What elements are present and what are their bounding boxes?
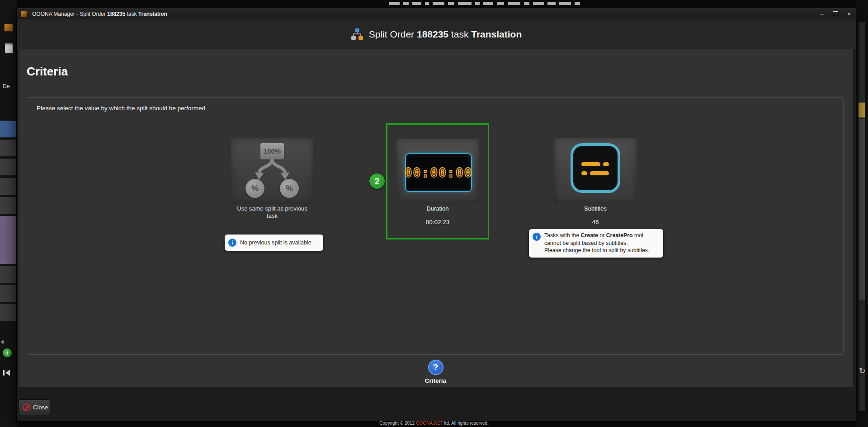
folder-icon (4, 23, 13, 32)
titlebar[interactable]: OOONA Manager - Split Order 188235 task … (17, 8, 856, 19)
background-partial-label: De (3, 83, 9, 89)
close-button[interactable]: Close (19, 399, 50, 415)
dialog-title-order: 188235 (417, 29, 448, 39)
step-number-badge: 2 (369, 174, 385, 189)
option-subtitles[interactable]: Subtitles 46 (554, 138, 637, 225)
background-list-item[interactable] (0, 159, 17, 175)
scrollbar-thumb[interactable] (859, 119, 865, 300)
info-icon: i (533, 233, 541, 241)
skip-bar (3, 370, 5, 375)
skip-triangle (5, 370, 10, 376)
option-previous-split[interactable]: 100% % % Use same split as previous task (231, 138, 313, 220)
criteria-heading: Criteria (27, 65, 68, 79)
plus-icon: + (5, 349, 9, 357)
collapse-left-icon[interactable] (0, 340, 4, 344)
subtitles-tooltip: i Tasks with the Create or CreatePro too… (529, 229, 663, 258)
brand-name: OOONA.NET (416, 421, 443, 426)
background-list-item-highlight[interactable] (0, 216, 17, 264)
subtitle-dash (603, 162, 609, 166)
option-value: 46 (554, 219, 637, 225)
background-right-scrollbar: ↻ (856, 0, 868, 427)
copyright: Copyright © 2012 OOONA.NET ltd. All righ… (0, 421, 868, 426)
previous-split-graphic: 100% % % (231, 138, 313, 204)
tooltip-line-3: Please change the tool to split by subti… (544, 247, 660, 254)
question-glyph: ? (433, 362, 439, 372)
subtitle-dash (581, 171, 587, 175)
dialog-title-mid: task (448, 29, 471, 39)
dialog-title: Split Order 188235 task Translation (369, 29, 522, 40)
duration-graphic: 00:00:00 (396, 139, 479, 204)
wizard-step: ? Criteria (19, 360, 853, 384)
skip-to-start-icon[interactable] (3, 370, 11, 376)
criteria-panel: Criteria Please select the value by whic… (19, 49, 853, 387)
background-list-item[interactable] (0, 304, 17, 321)
background-list-item[interactable] (0, 140, 17, 156)
dialog-title-prefix: Split Order (369, 29, 417, 39)
clock-digits: 00:00:00 (405, 165, 473, 180)
maximize-button[interactable] (829, 8, 842, 19)
refresh-icon[interactable]: ↻ (857, 366, 867, 376)
digital-clock-icon: 00:00:00 (405, 153, 472, 192)
close-button-label: Close (33, 404, 48, 411)
info-icon: i (228, 239, 236, 247)
add-button[interactable]: + (3, 348, 12, 357)
option-label: Duration (387, 205, 488, 212)
background-list-item[interactable] (0, 197, 17, 214)
option-label: Subtitles (554, 205, 637, 212)
previous-split-tooltip: i No previous split is available (225, 235, 323, 251)
tooltip-text: No previous split is available (240, 239, 311, 246)
subtitles-graphic (554, 138, 637, 204)
subtitle-dash (590, 171, 609, 175)
window-title-order: 188235 (107, 11, 125, 17)
close-icon: × (847, 10, 851, 17)
dialog-title-task: Translation (471, 29, 522, 39)
subtitle-dash (581, 162, 600, 166)
window-title-mid: task (125, 11, 138, 17)
copyright-prefix: Copyright © 2012 (379, 421, 416, 426)
background-clipped-text (389, 1, 597, 5)
cancel-icon (23, 404, 30, 411)
window-title-task: Translation (138, 11, 167, 17)
option-value: 00:02:23 (387, 219, 488, 225)
criteria-groupbox: Please select the value by which the spl… (27, 97, 844, 355)
tooltip-line-1: Tasks with the Create or CreatePro tool (544, 232, 660, 239)
window-title-prefix: OOONA Manager - Split Order (32, 11, 107, 17)
window-title: OOONA Manager - Split Order 188235 task … (32, 11, 167, 17)
question-icon[interactable]: ? (428, 360, 443, 375)
window-controls: – × (815, 8, 856, 19)
window-footer: Close (17, 387, 856, 421)
close-window-button[interactable]: × (842, 8, 856, 19)
split-order-icon (351, 28, 363, 41)
desktop: De + ↻ OOONA Manager - Split Order 18823… (0, 0, 868, 427)
background-list-item[interactable] (0, 285, 17, 302)
minimize-button[interactable]: – (815, 8, 829, 19)
tooltip-line-2: cannot be split based by subtitles. (544, 239, 660, 247)
split-order-window: OOONA Manager - Split Order 188235 task … (17, 8, 856, 421)
dialog-header: Split Order 188235 task Translation (17, 19, 856, 49)
option-duration[interactable]: 00:00:00 Duration 00:02:23 (387, 125, 488, 225)
tooltip-text: Tasks with the Create or CreatePro tool … (544, 232, 660, 254)
background-left-sidebar: De + (0, 0, 17, 427)
percent-circle-left: % (245, 179, 264, 198)
instruction-text: Please select the value by which the spl… (37, 105, 207, 112)
background-list-item[interactable] (0, 178, 17, 195)
background-list-item[interactable] (0, 266, 17, 283)
maximize-icon (833, 11, 838, 16)
subtitles-icon (571, 143, 620, 193)
selected-option-outline: 2 00:00:00 Duration 00:02:23 (386, 123, 489, 239)
clipboard-icon (5, 43, 13, 53)
copyright-suffix: ltd. All rights reserved. (443, 421, 489, 426)
percent-circle-right: % (280, 179, 299, 198)
hundred-percent-box: 100% (260, 143, 284, 160)
app-logo-icon (20, 10, 28, 18)
wizard-step-label: Criteria (19, 377, 853, 384)
background-list-item-selected[interactable] (0, 121, 17, 137)
minimize-icon: – (820, 10, 823, 17)
scrollbar-marker (859, 103, 865, 117)
option-label: Use same split as previous task (231, 205, 313, 220)
